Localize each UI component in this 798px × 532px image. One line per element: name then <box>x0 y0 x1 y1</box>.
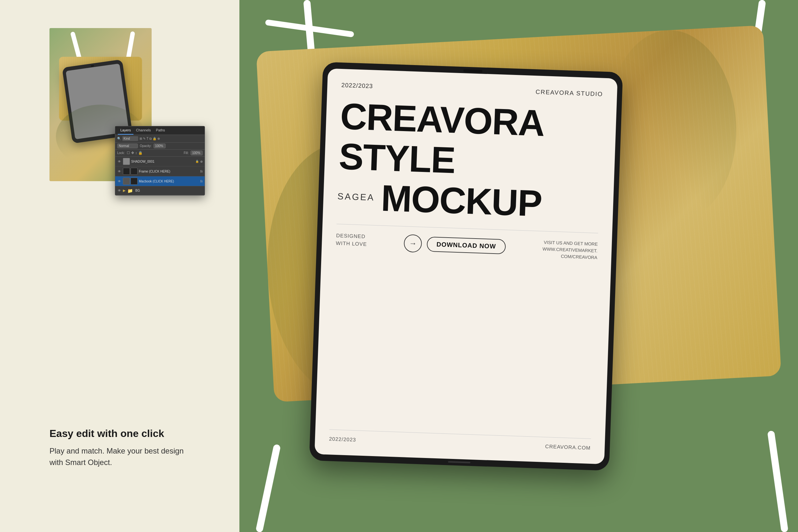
lock-icon-3[interactable]: ↕ <box>135 151 137 155</box>
layer-thumb-2b <box>130 168 138 175</box>
layer-thumb-3a <box>123 178 130 185</box>
layers-panel: Layers Channels Paths 🔍 ⊞ ✎ T ⧉ 🔒 ⊕ Opac… <box>115 126 205 195</box>
layer-name-shadow: SHADOW_0001 <box>131 160 194 163</box>
layer-fx-3: fx <box>200 179 203 183</box>
screen-sagea-row: SAGEA MOCKUP <box>337 178 600 224</box>
layer-item-shadow[interactable]: 👁 SHADOW_0001 🔒 ⊕ <box>115 157 205 167</box>
rchair-leg3 <box>255 444 281 532</box>
lock-icons: ☐ ✥ ↕ 🔒 <box>127 151 143 155</box>
screen-arrow-circle: → <box>404 234 422 253</box>
eye-icon-2[interactable]: 👁 <box>117 169 122 173</box>
rchair-leg4 <box>767 431 788 532</box>
screen-content: 2022/2023 CREAVORA STUDIO CREAVORA STYLE… <box>314 69 618 464</box>
filter-icon-1[interactable]: ⊞ <box>140 137 142 141</box>
kind-select[interactable] <box>122 136 138 141</box>
layers-tabs: Layers Channels Paths <box>115 126 205 135</box>
right-panel: 2022/2023 CREAVORA STUDIO CREAVORA STYLE… <box>239 0 798 532</box>
fill-label: Fill: <box>183 151 189 155</box>
screen-designed: DESIGNEDWITH LOVE <box>336 232 367 248</box>
screen-bottom-section: DESIGNEDWITH LOVE → DOWNLOAD NOW VISIT U… <box>335 232 598 261</box>
tablet-right-camera <box>463 69 482 72</box>
layers-lock-row: Lock: ☐ ✥ ↕ 🔒 Fill: <box>115 150 205 157</box>
tablet-right: 2022/2023 CREAVORA STUDIO CREAVORA STYLE… <box>309 62 623 471</box>
tab-channels[interactable]: Channels <box>133 126 153 135</box>
layer-fx-2: fx <box>200 170 203 173</box>
fill-input[interactable] <box>191 151 203 155</box>
tab-layers[interactable]: Layers <box>118 126 133 135</box>
blend-mode-input[interactable] <box>117 144 138 148</box>
opacity-label: Opacity: <box>140 144 151 148</box>
chair-background: 2022/2023 CREAVORA STUDIO CREAVORA STYLE… <box>239 0 798 532</box>
left-body: Play and match. Make your best designwit… <box>50 445 183 468</box>
search-icon: 🔍 <box>117 137 121 140</box>
screen-sagea: SAGEA <box>338 191 375 203</box>
tablet-right-screen: 2022/2023 CREAVORA STUDIO CREAVORA STYLE… <box>314 69 618 464</box>
layer-thumb-1a <box>123 158 130 165</box>
screen-footer-url: CREAVORA.COM <box>545 444 591 451</box>
tablet-camera-left <box>91 65 94 66</box>
screen-footer-year: 2022/2023 <box>329 436 356 443</box>
layer-link-icon-1: ⊕ <box>200 160 203 163</box>
lock-icon-1[interactable]: ☐ <box>127 151 130 155</box>
screen-download-btn[interactable]: DOWNLOAD NOW <box>427 236 506 254</box>
screen-top-row: 2022/2023 CREAVORA STUDIO <box>341 82 603 98</box>
screen-studio: CREAVORA STUDIO <box>536 88 603 98</box>
layer-item-frame[interactable]: 👁 Frame (CLICK HERE) fx <box>115 167 205 176</box>
filter-icon-3[interactable]: T <box>146 137 148 141</box>
layer-item-bg[interactable]: 👁 ▶ 📁 BG <box>115 186 205 195</box>
folder-icon-symbol: 📁 <box>127 188 133 193</box>
eye-icon-3[interactable]: 👁 <box>117 179 122 184</box>
layer-name-macbook: Macbook (CLICK HERE) <box>139 179 199 183</box>
layers-search-bar: 🔍 ⊞ ✎ T ⧉ 🔒 ⊕ <box>115 135 205 142</box>
layer-thumb-pair-2 <box>123 168 138 175</box>
left-text-content: Easy edit with one click Play and match.… <box>50 428 183 468</box>
filter-icon-4[interactable]: ⧉ <box>149 137 151 141</box>
lock-label: Lock: <box>117 151 125 155</box>
lock-icon-2[interactable]: ✥ <box>131 151 134 155</box>
screen-divider <box>337 224 598 233</box>
folder-icon: ▶ <box>123 189 125 193</box>
eye-icon-4[interactable]: 👁 <box>117 189 122 193</box>
filter-icon-6[interactable]: ⊕ <box>157 137 160 141</box>
layer-thumb-2a <box>123 168 130 175</box>
layer-thumb-3b <box>130 178 138 185</box>
layer-name-frame: Frame (CLICK HERE) <box>139 170 199 173</box>
left-panel: Layers Channels Paths 🔍 ⊞ ✎ T ⧉ 🔒 ⊕ Opac… <box>0 0 239 532</box>
layer-filter-icons: ⊞ ✎ T ⧉ 🔒 ⊕ <box>140 137 160 141</box>
layer-thumb-pair-1 <box>123 158 130 165</box>
screen-title-mockup: MOCKUP <box>380 179 542 222</box>
screen-visit: VISIT US AND GET MOREWWW.CREATIVEMARKET.… <box>542 239 598 261</box>
screen-title-style: STYLE <box>338 138 601 184</box>
layer-thumb-pair-3 <box>123 178 138 185</box>
screen-footer-row: 2022/2023 CREAVORA.COM <box>329 429 591 451</box>
eye-icon-1[interactable]: 👁 <box>117 159 122 164</box>
layers-blend-row: Opacity: <box>115 142 205 150</box>
opacity-input[interactable] <box>153 144 166 148</box>
tab-paths[interactable]: Paths <box>153 126 168 135</box>
layer-lock-icon-1: 🔒 <box>195 160 199 163</box>
layer-name-bg: BG <box>135 189 203 192</box>
screen-download-area: → DOWNLOAD NOW <box>404 234 506 255</box>
lock-icon-4[interactable]: 🔒 <box>138 151 143 155</box>
tablet-right-home <box>448 461 470 463</box>
left-heading: Easy edit with one click <box>50 428 183 439</box>
filter-icon-2[interactable]: ✎ <box>143 137 146 141</box>
screen-year: 2022/2023 <box>341 82 373 90</box>
layer-item-macbook[interactable]: 👁 Macbook (CLICK HERE) fx <box>115 176 205 186</box>
filter-icon-5[interactable]: 🔒 <box>152 137 157 141</box>
